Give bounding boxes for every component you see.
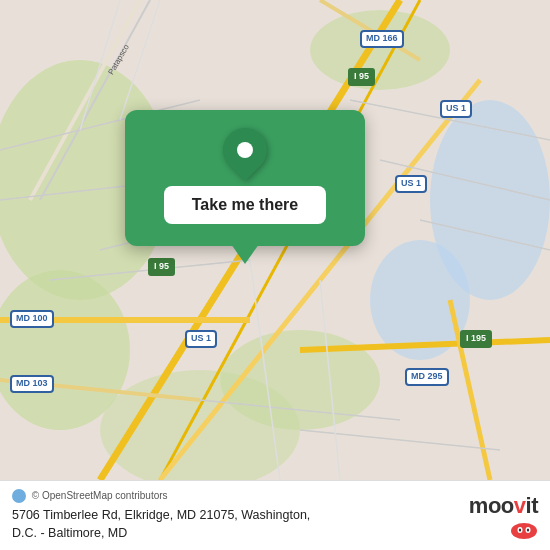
bottom-bar: © OpenStreetMap contributors 5706 Timber…	[0, 480, 550, 550]
popup-card: Take me there	[125, 110, 365, 246]
moovit-logo: moovit	[469, 493, 538, 539]
svg-point-33	[519, 528, 521, 531]
take-me-there-button[interactable]: Take me there	[164, 186, 326, 224]
location-pin-icon	[214, 119, 276, 181]
osm-logo	[12, 489, 26, 503]
osm-credit: © OpenStreetMap contributors	[12, 489, 459, 503]
us1-top-badge: US 1	[440, 100, 472, 118]
moovit-brand-text: moovit	[469, 493, 538, 519]
md295-badge: MD 295	[405, 368, 449, 386]
md103-badge: MD 103	[10, 375, 54, 393]
bottom-left: © OpenStreetMap contributors 5706 Timber…	[12, 489, 459, 542]
address-line1: 5706 Timberlee Rd, Elkridge, MD 21075, W…	[12, 508, 310, 522]
us1-mid-badge: US 1	[395, 175, 427, 193]
svg-line-22	[300, 430, 500, 450]
i95-south-badge: I 95	[148, 258, 175, 276]
md100-badge: MD 100	[10, 310, 54, 328]
svg-line-15	[450, 300, 490, 480]
moovit-icon	[510, 521, 538, 539]
address-line2: D.C. - Baltimore, MD	[12, 526, 127, 540]
svg-point-30	[511, 523, 537, 539]
i195-badge: I 195	[460, 330, 492, 348]
svg-point-6	[310, 10, 450, 90]
moovit-dot: v	[514, 493, 526, 518]
osm-attribution: © OpenStreetMap contributors	[32, 490, 168, 501]
address-line: 5706 Timberlee Rd, Elkridge, MD 21075, W…	[12, 507, 459, 542]
md166-badge: MD 166	[360, 30, 404, 48]
map-container: I 95 I 95 I 195 US 1 US 1 US 1 MD 166 MD…	[0, 0, 550, 480]
us1-bot-badge: US 1	[185, 330, 217, 348]
svg-point-34	[527, 528, 529, 531]
i95-north-badge: I 95	[348, 68, 375, 86]
pin-inner	[237, 142, 253, 158]
